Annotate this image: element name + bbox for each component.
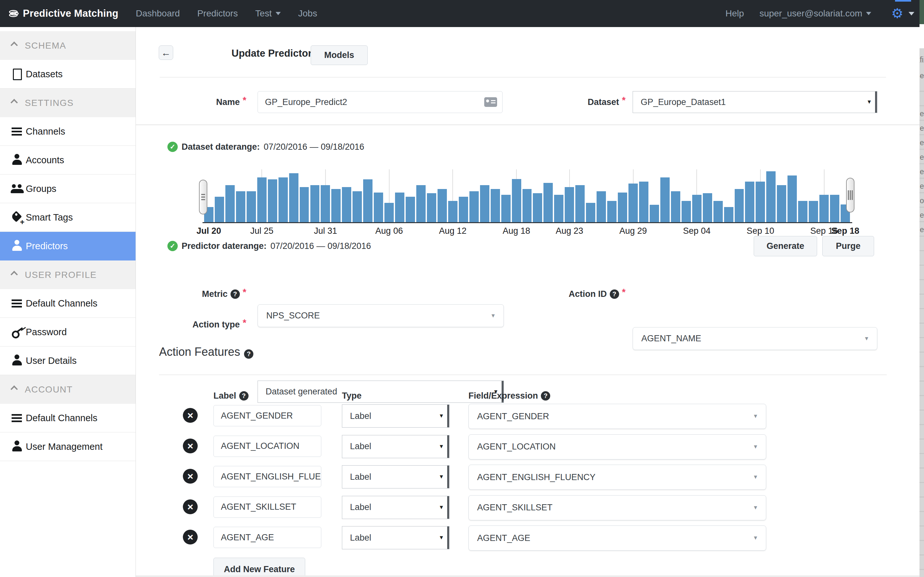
- navbar-right: Help super_user@solariat.com ⚙: [710, 7, 914, 20]
- feature-field-select[interactable]: AGENT_AGE▼: [468, 525, 766, 551]
- remove-feature-button[interactable]: ×: [183, 469, 198, 484]
- axis-tick-label: Aug 23: [556, 226, 583, 236]
- sidebar-item-accounts[interactable]: Accounts: [0, 146, 135, 174]
- purge-button[interactable]: Purge: [822, 236, 874, 256]
- help-icon[interactable]: ?: [230, 290, 240, 299]
- feature-row: ×AGENT_LOCATIONLabel▼AGENT_LOCATION▼: [183, 434, 767, 465]
- axis-tick-label: Aug 12: [439, 226, 467, 236]
- sidebar-section-settings[interactable]: SETTINGS: [0, 89, 135, 117]
- required-asterisk: *: [622, 95, 626, 106]
- nav-item-dashboard[interactable]: Dashboard: [136, 8, 180, 19]
- histogram-bar: [311, 185, 320, 222]
- feature-label-input[interactable]: AGENT_AGE: [214, 527, 321, 548]
- action-type-select[interactable]: Dataset generated ▼: [258, 380, 504, 403]
- feature-field-select[interactable]: AGENT_LOCATION▼: [468, 434, 766, 459]
- sidebar-item-datasets[interactable]: Datasets: [0, 60, 135, 89]
- list-icon: [10, 296, 24, 311]
- histogram-bar: [331, 189, 341, 222]
- name-input[interactable]: GP_Europe_Predict2: [258, 91, 502, 113]
- feature-label-input[interactable]: AGENT_ENGLISH_FLUENC: [214, 466, 321, 487]
- feature-row: ×AGENT_SKILLSETLabel▼AGENT_SKILLSET▼: [183, 495, 767, 526]
- generate-button[interactable]: Generate: [754, 236, 817, 256]
- dataset-select[interactable]: GP_Europe_Dataset1 ▼: [633, 91, 877, 113]
- chevron-down-icon: ▼: [436, 466, 446, 488]
- user-menu[interactable]: super_user@solariat.com: [760, 8, 871, 19]
- feature-row: ×AGENT_ENGLISH_FLUENCLabel▼AGENT_ENGLISH…: [183, 465, 767, 495]
- sidebar-section-user-profile[interactable]: USER PROFILE: [0, 261, 135, 289]
- person-icon: [10, 439, 24, 454]
- background-window-text: e: [920, 124, 924, 133]
- remove-feature-button[interactable]: ×: [183, 438, 198, 453]
- sidebar-item-password[interactable]: Password: [0, 318, 135, 347]
- axis-tick-label: Jul 31: [314, 226, 337, 236]
- sidebar-item-groups[interactable]: Groups: [0, 174, 135, 203]
- background-window-text: e: [920, 168, 924, 176]
- help-link[interactable]: Help: [725, 8, 744, 19]
- sidebar-item-predictors[interactable]: Predictors: [0, 232, 135, 261]
- models-button[interactable]: Models: [311, 45, 368, 65]
- help-icon[interactable]: ?: [239, 391, 248, 401]
- histogram-bar: [565, 187, 574, 222]
- sidebar-section-account[interactable]: ACCOUNT: [0, 375, 135, 404]
- autofill-contact-icon[interactable]: [484, 97, 497, 107]
- histogram-bar: [660, 177, 670, 222]
- histogram-bar: [703, 193, 712, 222]
- sidebar-section-schema[interactable]: SCHEMA: [0, 31, 135, 60]
- histogram-bar: [798, 201, 808, 222]
- chevron-down-icon: ▼: [753, 444, 758, 450]
- histogram-bar: [766, 171, 776, 222]
- feature-rows: ×AGENT_GENDERLabel▼AGENT_GENDER▼×AGENT_L…: [183, 404, 767, 556]
- feature-label-input[interactable]: AGENT_SKILLSET: [214, 496, 321, 518]
- chevron-down-icon[interactable]: [908, 12, 914, 15]
- help-icon[interactable]: ?: [244, 349, 253, 359]
- feature-field-select[interactable]: AGENT_SKILLSET▼: [468, 495, 766, 521]
- feature-type-select[interactable]: Label▼: [342, 405, 449, 427]
- histogram-bar: [374, 193, 383, 222]
- nav-item-test[interactable]: Test: [255, 8, 281, 19]
- sidebar-item-default-channels[interactable]: Default Channels: [0, 404, 135, 432]
- sidebar-item-user-details[interactable]: User Details: [0, 347, 135, 375]
- sidebar-item-smart-tags[interactable]: Smart Tags: [0, 203, 135, 232]
- feature-field-select[interactable]: AGENT_ENGLISH_FLUENCY▼: [468, 465, 766, 490]
- histogram-bar: [639, 182, 649, 222]
- histogram-bar: [809, 201, 818, 222]
- check-icon: ✓: [167, 142, 178, 152]
- feature-field-select[interactable]: AGENT_GENDER▼: [468, 404, 766, 429]
- feature-label-input[interactable]: AGENT_LOCATION: [214, 436, 321, 457]
- sidebar-item-channels[interactable]: Channels: [0, 117, 135, 146]
- action-id-select[interactable]: AGENT_NAME ▼: [633, 327, 877, 350]
- back-button[interactable]: ←: [159, 45, 173, 60]
- person-icon: [10, 153, 24, 168]
- histogram-bar: [501, 195, 510, 222]
- gear-icon[interactable]: ⚙: [891, 7, 903, 20]
- histogram-bar: [671, 191, 680, 222]
- daterange-right-handle[interactable]: [846, 178, 855, 213]
- histogram-bar: [575, 185, 585, 222]
- metric-select[interactable]: NPS_SCORE ▼: [258, 304, 504, 327]
- axis-tick-label: Aug 18: [502, 226, 530, 236]
- nav-item-jobs[interactable]: Jobs: [298, 8, 317, 19]
- axis-tick-label: Sep 04: [683, 226, 710, 236]
- feature-type-select[interactable]: Label▼: [342, 496, 449, 519]
- feature-type-select[interactable]: Label▼: [342, 526, 449, 549]
- histogram-bar: [533, 193, 542, 222]
- sidebar-item-user-management[interactable]: User Management: [0, 432, 135, 461]
- feature-label-input[interactable]: AGENT_GENDER: [214, 405, 321, 426]
- remove-feature-button[interactable]: ×: [183, 530, 198, 545]
- remove-feature-button[interactable]: ×: [183, 500, 198, 514]
- help-icon[interactable]: ?: [610, 290, 619, 299]
- feature-type-select[interactable]: Label▼: [342, 465, 449, 488]
- daterange-left-handle[interactable]: [199, 180, 207, 214]
- sidebar-item-default-channels[interactable]: Default Channels: [0, 289, 135, 318]
- people-icon: [10, 181, 24, 196]
- help-icon[interactable]: ?: [541, 391, 550, 401]
- remove-feature-button[interactable]: ×: [183, 408, 198, 423]
- add-new-feature-button[interactable]: Add New Feature: [214, 558, 305, 577]
- background-window-text: e: [920, 71, 924, 80]
- histogram-bar: [246, 191, 256, 222]
- feature-type-select[interactable]: Label▼: [342, 435, 449, 458]
- nav-item-predictors[interactable]: Predictors: [197, 8, 238, 19]
- histogram-bar: [300, 187, 309, 222]
- app-title: Predictive Matching: [23, 8, 119, 19]
- histogram-bar: [618, 193, 627, 222]
